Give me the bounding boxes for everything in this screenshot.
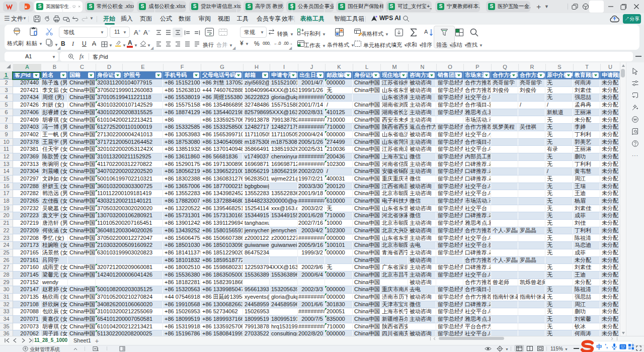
svg-text:A: A bbox=[424, 29, 428, 35]
